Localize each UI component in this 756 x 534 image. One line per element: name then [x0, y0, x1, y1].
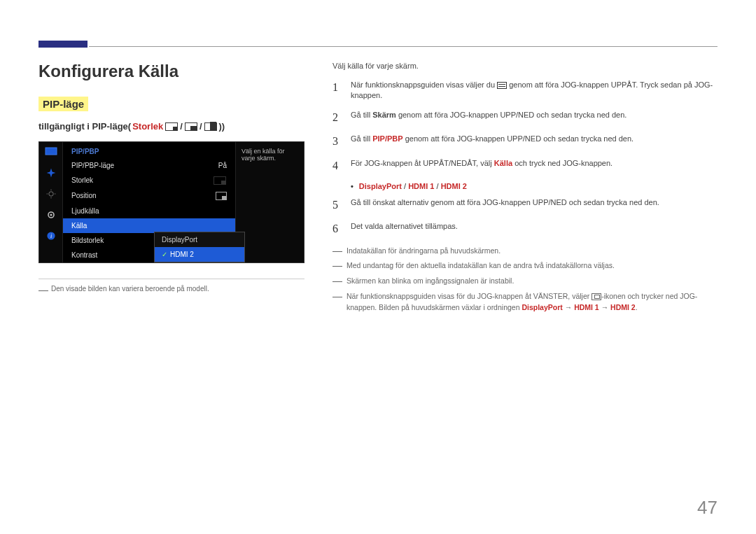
header-accent: [38, 41, 88, 48]
monitor-icon: [44, 146, 58, 157]
info-icon: i: [44, 230, 58, 241]
menu-icon: [497, 82, 507, 89]
slash: /: [180, 121, 183, 132]
osd-row: PIP/PBP-lägePå: [63, 158, 235, 173]
brightness-icon: [44, 188, 58, 199]
subtitle-storlek: Storlek: [132, 121, 163, 132]
submenu-item: DisplayPort: [155, 232, 244, 247]
size-icon: [214, 176, 226, 185]
step-6: 6 Det valda alternativet tillämpas.: [332, 221, 718, 237]
dash-note: ―Indatakällan för ändringarna på huvudsk…: [332, 246, 718, 257]
dash-note: ―Skärmen kan blinka om ingångssignalen ä…: [332, 276, 718, 287]
pip-badge: PIP-läge: [38, 97, 88, 111]
svg-point-8: [50, 213, 52, 216]
osd-row-selected: Källa: [63, 218, 235, 233]
subtitle-prefix: tillgängligt i PIP-läge(: [38, 121, 131, 132]
nav-icon: [44, 167, 58, 178]
osd-row: Storlek: [63, 173, 235, 188]
gear-icon: [44, 209, 58, 220]
osd-sidebar: i: [39, 142, 63, 262]
step-list: 1 När funktionsknappsguiden visas väljer…: [332, 80, 718, 174]
dash-note-final: ― När funktionsknappsguiden visas för du…: [332, 291, 718, 314]
size-quarter-icon: [185, 122, 197, 131]
svg-marker-1: [46, 169, 55, 178]
subtitle: tillgängligt i PIP-läge( Storlek / / )): [38, 121, 304, 132]
step-4: 4 För JOG-knappen åt UPPÅT/NEDÅT, välj K…: [332, 158, 718, 174]
header-rule: [89, 46, 718, 47]
page-number: 47: [697, 497, 718, 519]
dash-note: ―Med undantag för den aktuella indatakäl…: [332, 260, 718, 272]
osd-row: Position: [63, 188, 235, 204]
osd-panel: i PIP/PBP PIP/PBP-lägePå Storlek Positio…: [38, 141, 304, 263]
footnote-text: Den visade bilden kan variera beroende p…: [51, 285, 209, 295]
svg-rect-0: [46, 148, 57, 155]
osd-help: Välj en källa för varje skärm.: [235, 142, 304, 262]
svg-text:i: i: [50, 233, 51, 239]
osd-submenu: DisplayPort ✓HDMI 2: [154, 232, 245, 262]
osd-title: PIP/PBP: [63, 142, 235, 158]
step-2: 2 Gå till Skärm genom att föra JOG-knapp…: [332, 110, 718, 125]
step-3: 3 Gå till PIP/PBP genom att föra JOG-kna…: [332, 134, 718, 149]
page-title: Konfigurera Källa: [38, 62, 304, 81]
step-5: 5 Gå till önskat alternativ genom att fö…: [332, 197, 718, 213]
step-1: 1 När funktionsknappsguiden visas väljer…: [332, 80, 718, 101]
footnote: ― Den visade bilden kan variera beroende…: [38, 279, 304, 295]
osd-row: Ljudkälla: [63, 204, 235, 218]
osd-main: PIP/PBP PIP/PBP-lägePå Storlek Position …: [63, 142, 235, 262]
submenu-item-selected: ✓HDMI 2: [155, 247, 244, 262]
cycle-icon: [592, 293, 601, 300]
options-bullet: • DisplayPort / HDMI 1 / HDMI 2: [351, 182, 718, 190]
check-icon: ✓: [162, 251, 167, 258]
size-small-icon: [165, 122, 178, 131]
size-half-icon: [204, 122, 217, 131]
slash: /: [200, 121, 202, 132]
subtitle-close: )): [219, 121, 225, 132]
position-icon: [216, 192, 227, 200]
step-list-2: 5 Gå till önskat alternativ genom att fö…: [332, 197, 718, 237]
intro-text: Välj källa för varje skärm.: [332, 62, 718, 70]
svg-point-2: [48, 192, 52, 196]
